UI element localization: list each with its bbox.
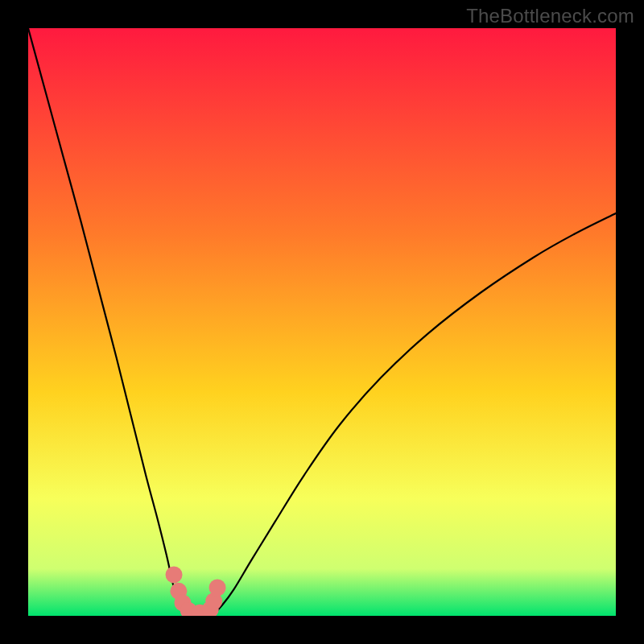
gradient-background [28,28,616,616]
plot-area [28,28,616,616]
chart-svg [28,28,616,616]
valley-marker [209,579,226,596]
chart-frame: TheBottleneck.com [0,0,644,644]
attribution-text: TheBottleneck.com [466,5,634,27]
valley-marker [166,566,183,583]
